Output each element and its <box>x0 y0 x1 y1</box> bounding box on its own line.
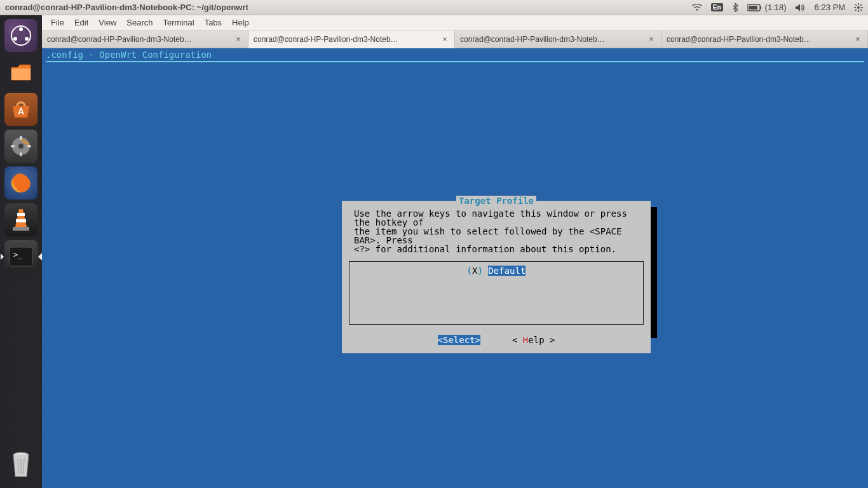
svg-rect-27 <box>16 219 26 222</box>
menu-help[interactable]: Help <box>227 17 254 29</box>
unity-launcher: A >_ <box>0 15 42 488</box>
svg-rect-28 <box>13 227 29 231</box>
config-header-text: .config - OpenWrt Configuration <box>42 48 868 61</box>
menu-edit[interactable]: Edit <box>69 17 93 29</box>
system-settings-icon[interactable] <box>4 130 37 163</box>
trash-icon[interactable] <box>4 449 37 482</box>
menu-terminal[interactable]: Terminal <box>158 17 200 29</box>
tab-label: conrad@conrad-HP-Pavilion-dm3-Noteb… <box>47 35 230 44</box>
app-menubar: File Edit View Search Terminal Tabs Help <box>42 15 868 30</box>
terminal-viewport[interactable]: .config - OpenWrt Configuration Target P… <box>42 48 868 488</box>
terminal-tab[interactable]: conrad@conrad-HP-Pavilion-dm3-Noteb… × <box>42 30 248 48</box>
tab-close-icon[interactable]: × <box>234 35 243 44</box>
terminal-tab[interactable]: conrad@conrad-HP-Pavilion-dm3-Noteb… × <box>248 30 455 48</box>
svg-point-13 <box>19 27 23 31</box>
svg-point-15 <box>25 37 29 41</box>
tab-label: conrad@conrad-HP-Pavilion-dm3-Noteb… <box>254 35 437 44</box>
window-title: conrad@conrad-HP-Pavilion-dm3-Notebook-P… <box>5 3 248 12</box>
option-default[interactable]: (X) Default <box>355 266 638 276</box>
menu-search[interactable]: Search <box>121 17 158 29</box>
battery-time-text: (1:18) <box>765 3 787 12</box>
terminal-tab[interactable]: conrad@conrad-HP-Pavilion-dm3-Noteb… × <box>661 30 868 48</box>
svg-rect-2 <box>749 6 757 10</box>
svg-point-19 <box>18 144 24 149</box>
svg-text:A: A <box>18 106 24 116</box>
vlc-icon[interactable] <box>4 203 37 236</box>
svg-point-14 <box>13 37 17 41</box>
terminal-tab[interactable]: conrad@conrad-HP-Pavilion-dm3-Noteb… × <box>455 30 661 48</box>
svg-line-9 <box>860 10 862 11</box>
svg-rect-16 <box>11 69 31 80</box>
clock-text[interactable]: 6:23 PM <box>815 3 845 12</box>
keyboard-layout-indicator[interactable]: En <box>711 3 723 11</box>
svg-rect-26 <box>17 213 25 216</box>
software-center-icon[interactable]: A <box>4 93 37 126</box>
tab-close-icon[interactable]: × <box>440 35 449 44</box>
files-icon[interactable] <box>4 56 37 89</box>
tab-close-icon[interactable]: × <box>647 35 656 44</box>
dialog-options-list[interactable]: (X) Default <box>349 261 644 325</box>
dialog-instructions: Use the arrow keys to navigate this wind… <box>348 207 645 259</box>
config-header-rule <box>46 61 864 62</box>
menu-tabs[interactable]: Tabs <box>200 17 227 29</box>
window-titlebar: conrad@conrad-HP-Pavilion-dm3-Notebook-P… <box>0 0 868 15</box>
tab-label: conrad@conrad-HP-Pavilion-dm3-Noteb… <box>667 35 850 44</box>
volume-icon[interactable] <box>796 3 806 12</box>
dialog-title: Target Profile <box>456 196 536 206</box>
menu-view[interactable]: View <box>93 17 121 29</box>
terminal-icon[interactable]: >_ <box>4 240 37 273</box>
dialog-button-row: <Select> < Help > <box>348 332 645 348</box>
battery-indicator[interactable]: (1:18) <box>747 3 787 12</box>
select-button[interactable]: <Select> <box>438 335 480 345</box>
menu-file[interactable]: File <box>46 17 69 29</box>
tab-close-icon[interactable]: × <box>853 35 862 44</box>
firefox-icon[interactable] <box>4 166 37 200</box>
svg-line-11 <box>855 10 857 11</box>
option-label: Default <box>488 266 526 276</box>
svg-text:>_: >_ <box>13 250 23 259</box>
tab-label: conrad@conrad-HP-Pavilion-dm3-Noteb… <box>460 35 643 44</box>
session-gear-icon[interactable] <box>854 3 863 12</box>
terminal-tabbar: conrad@conrad-HP-Pavilion-dm3-Noteb… × c… <box>42 30 868 48</box>
help-button[interactable]: < Help > <box>512 335 555 345</box>
ubuntu-dash-icon[interactable] <box>4 19 37 52</box>
svg-rect-1 <box>760 6 761 9</box>
svg-line-10 <box>860 4 862 6</box>
target-profile-dialog: Target Profile Use the arrow keys to nav… <box>342 201 651 353</box>
wifi-icon[interactable] <box>692 4 702 11</box>
svg-line-8 <box>855 4 857 6</box>
bluetooth-icon[interactable] <box>732 3 738 12</box>
svg-point-3 <box>857 6 860 9</box>
